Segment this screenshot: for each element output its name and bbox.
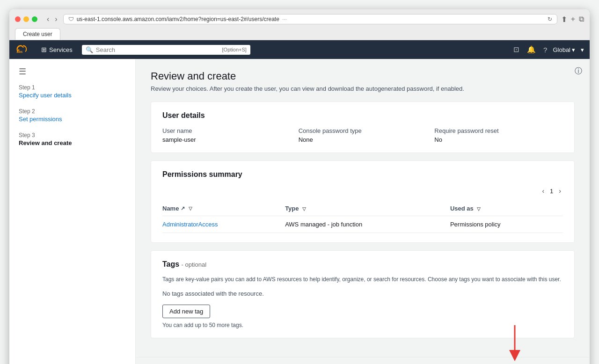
- pagination-row: ‹ 1 ›: [162, 186, 563, 196]
- tab-title: Create user: [23, 31, 52, 37]
- username-col: User name sample-user: [162, 127, 291, 143]
- used-as-column-header: Used as ▽: [450, 201, 563, 216]
- external-link-icon[interactable]: ↗: [181, 205, 185, 211]
- policy-used-as-cell: Permissions policy: [450, 216, 563, 233]
- password-type-value: None: [299, 136, 427, 143]
- aws-navbar: aws ⊞ Services 🔍 [Option+S] ⊡ 🔔 ? Global…: [9, 40, 590, 59]
- search-input[interactable]: [96, 46, 219, 53]
- traffic-light-yellow[interactable]: [23, 16, 29, 22]
- username-label: User name: [162, 127, 291, 134]
- password-type-label: Console password type: [299, 127, 427, 134]
- dots-icon: ···: [282, 16, 287, 22]
- tags-limit-text: You can add up to 50 more tags.: [162, 322, 563, 328]
- user-details-card: User details User name sample-user Conso…: [151, 102, 575, 153]
- require-reset-col: Require password reset No: [434, 127, 563, 143]
- tags-card: Tags - optional Tags are key-value pairs…: [151, 250, 575, 338]
- sidebar: ☰ Step 1 Specify user details Step 2 Set…: [9, 59, 136, 364]
- svg-text:aws: aws: [17, 50, 23, 53]
- services-menu-button[interactable]: ⊞ Services: [37, 44, 76, 55]
- url-text: us-east-1.console.aws.amazon.com/iamv2/h…: [77, 16, 279, 22]
- copy-button[interactable]: ⧉: [579, 15, 584, 24]
- account-menu-button[interactable]: ▾: [581, 46, 584, 53]
- forward-button[interactable]: ›: [53, 14, 59, 24]
- step-1-item: Step 1 Specify user details: [19, 84, 126, 99]
- add-new-tag-button[interactable]: Add new tag: [162, 305, 210, 318]
- no-tags-text: No tags associated with the resource.: [162, 290, 563, 297]
- browser-tab[interactable]: Create user: [15, 28, 60, 40]
- security-icon: 🛡: [68, 16, 74, 22]
- policy-name-link[interactable]: AdministratorAccess: [162, 221, 218, 228]
- back-button[interactable]: ‹: [45, 14, 51, 24]
- permissions-table-row: AdministratorAccess AWS managed - job fu…: [162, 216, 563, 233]
- traffic-light-green[interactable]: [32, 16, 37, 22]
- global-region-button[interactable]: Global ▾: [553, 46, 575, 53]
- search-icon: 🔍: [86, 46, 93, 53]
- tags-optional-label: - optional: [182, 261, 206, 268]
- password-type-col: Console password type None: [299, 127, 427, 143]
- name-column-header: Name ↗ ▽: [162, 201, 285, 216]
- account-chevron-icon: ▾: [581, 46, 584, 53]
- name-sort-icon[interactable]: ▽: [189, 206, 192, 211]
- search-shortcut: [Option+S]: [222, 47, 247, 52]
- type-sort-icon[interactable]: ▽: [302, 206, 306, 211]
- prev-page-button[interactable]: ‹: [540, 186, 546, 196]
- step-2-link[interactable]: Set permissions: [19, 116, 62, 123]
- aws-logo[interactable]: aws: [15, 44, 32, 56]
- services-label: Services: [49, 46, 73, 53]
- sidebar-toggle-button[interactable]: ☰: [19, 66, 26, 77]
- step-3-item: Step 3 Review and create: [19, 132, 126, 146]
- region-chevron-icon: ▾: [572, 46, 575, 53]
- bell-icon[interactable]: 🔔: [527, 45, 536, 54]
- global-label: Global: [553, 46, 570, 53]
- global-search[interactable]: 🔍 [Option+S]: [82, 45, 250, 55]
- help-icon[interactable]: ?: [543, 46, 547, 54]
- user-details-title: User details: [162, 111, 563, 120]
- action-bar: Cancel Previous Create user: [136, 357, 590, 364]
- step-3-current: Review and create: [19, 139, 126, 146]
- terminal-icon[interactable]: ⊡: [513, 45, 519, 54]
- info-button[interactable]: ⓘ: [575, 66, 582, 76]
- grid-icon: ⊞: [41, 46, 47, 53]
- traffic-light-red[interactable]: [15, 16, 21, 22]
- step-1-link[interactable]: Specify user details: [19, 92, 72, 99]
- step-3-label: Step 3: [19, 132, 126, 138]
- policy-name-cell: AdministratorAccess: [162, 216, 285, 233]
- page-number: 1: [550, 188, 553, 195]
- tags-title: Tags - optional: [162, 260, 563, 269]
- used-as-sort-icon[interactable]: ▽: [477, 206, 481, 211]
- tags-description: Tags are key-value pairs you can add to …: [162, 276, 563, 283]
- require-reset-value: No: [434, 136, 563, 143]
- page-subtitle: Review your choices. After you create th…: [151, 85, 575, 92]
- next-page-button[interactable]: ›: [557, 186, 563, 196]
- share-button[interactable]: ⬆: [561, 15, 567, 24]
- permissions-table: Name ↗ ▽ Type ▽ Use: [162, 201, 563, 233]
- type-column-header: Type ▽: [285, 201, 450, 216]
- page-title: Review and create: [151, 70, 575, 82]
- user-details-grid: User name sample-user Console password t…: [162, 127, 563, 143]
- require-reset-label: Require password reset: [434, 127, 563, 134]
- new-tab-button[interactable]: +: [571, 15, 575, 24]
- step-1-label: Step 1: [19, 84, 126, 91]
- step-2-item: Step 2 Set permissions: [19, 108, 126, 123]
- permissions-summary-card: Permissions summary ‹ 1 › Name: [151, 160, 575, 243]
- step-2-label: Step 2: [19, 108, 126, 115]
- policy-type-cell: AWS managed - job function: [285, 216, 450, 233]
- main-content: ⓘ Review and create Review your choices.…: [136, 59, 590, 357]
- address-bar[interactable]: 🛡 us-east-1.console.aws.amazon.com/iamv2…: [63, 14, 557, 24]
- username-value: sample-user: [162, 136, 291, 143]
- permissions-title: Permissions summary: [162, 170, 563, 179]
- refresh-icon[interactable]: ↻: [548, 16, 552, 22]
